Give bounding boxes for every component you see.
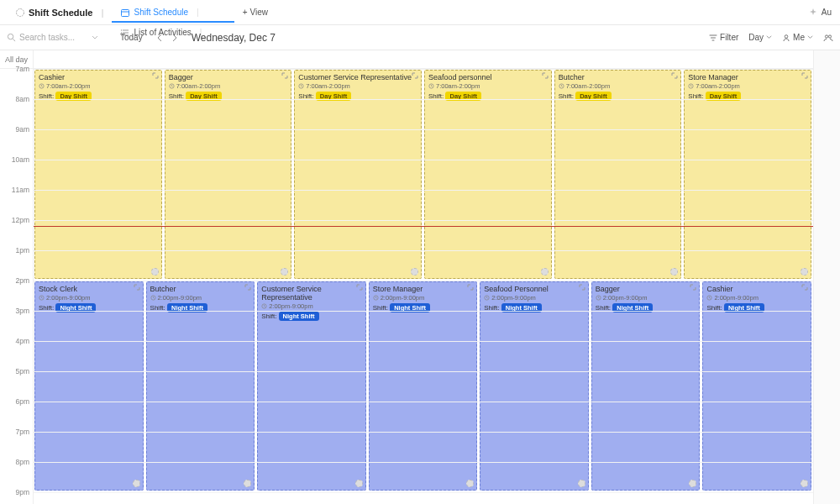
hour-label: 7pm: [0, 428, 33, 458]
shift-event[interactable]: Cashier2:00pm-9:00pmShift: Night Shift: [702, 281, 811, 491]
next-day-button[interactable]: [170, 34, 180, 42]
expand-icon[interactable]: [152, 72, 159, 79]
right-sidebar[interactable]: [813, 50, 840, 504]
clock-icon: [484, 295, 490, 301]
clock-icon: [428, 83, 434, 89]
event-time: 2:00pm-9:00pm: [150, 294, 251, 302]
search-dropdown[interactable]: [92, 34, 108, 41]
allday-row[interactable]: [34, 50, 813, 69]
clock-icon: [261, 303, 267, 309]
expand-icon[interactable]: [801, 284, 808, 291]
shift-event[interactable]: Bagger2:00pm-9:00pmShift: Night Shift: [591, 281, 701, 491]
assignee-avatar[interactable]: [244, 480, 251, 487]
sparkle-icon: [808, 8, 818, 18]
assignee-avatar[interactable]: [670, 268, 678, 276]
chevron-right-icon: [171, 34, 178, 42]
shift-event[interactable]: Butcher7:00am-2:00pmShift: Day Shift: [554, 70, 682, 279]
shift-event[interactable]: Store Manager2:00pm-9:00pmShift: Night S…: [369, 281, 478, 491]
calendar-grid[interactable]: Cashier7:00am-2:00pmShift: Day ShiftBagg…: [34, 50, 813, 504]
header-right-button[interactable]: Au: [800, 3, 840, 23]
people-button[interactable]: [823, 34, 833, 42]
calendar-view: All day 7am8am9am10am11am12pm1pm2pm3pm4p…: [0, 50, 840, 504]
shift-event[interactable]: Cashier7:00am-2:00pmShift: Day Shift: [34, 70, 162, 279]
search-field[interactable]: [7, 33, 87, 42]
chevron-down-icon: [807, 34, 813, 40]
assignee-avatar[interactable]: [541, 268, 549, 276]
svg-rect-2: [122, 9, 129, 16]
svg-line-8: [13, 39, 15, 41]
filter-icon: [709, 34, 717, 42]
assignee-avatar[interactable]: [281, 268, 288, 276]
hour-label: 8pm: [0, 458, 33, 488]
person-icon: [782, 34, 790, 42]
event-time: 7:00am-2:00pm: [428, 82, 548, 90]
expand-icon[interactable]: [281, 72, 288, 79]
filter-button[interactable]: Filter: [709, 33, 738, 42]
shift-event[interactable]: Bagger7:00am-2:00pmShift: Day Shift: [165, 70, 292, 279]
shift-event[interactable]: Customer Service Representative2:00pm-9:…: [257, 281, 366, 491]
hour-label: 9am: [0, 125, 33, 155]
hour-label: 10am: [0, 155, 33, 186]
search-input[interactable]: [19, 33, 87, 42]
expand-icon[interactable]: [467, 284, 474, 291]
svg-point-9: [785, 34, 788, 38]
expand-icon[interactable]: [356, 284, 363, 291]
hour-label: 12pm: [0, 216, 33, 246]
chevron-down-icon: [92, 34, 98, 41]
shift-event[interactable]: Stock Clerk2:00pm-9:00pmShift: Night Shi…: [34, 281, 144, 491]
current-date: Wednesday, Dec 7: [192, 32, 276, 44]
grid-body[interactable]: Cashier7:00am-2:00pmShift: Day ShiftBagg…: [34, 69, 813, 504]
event-time: 7:00am-2:00pm: [559, 82, 678, 90]
people-icon: [823, 34, 833, 42]
me-filter[interactable]: Me: [782, 33, 813, 42]
assignee-avatar[interactable]: [578, 480, 585, 487]
search-icon: [7, 33, 16, 42]
event-title: Bagger: [169, 73, 288, 81]
assignee-avatar[interactable]: [411, 268, 418, 276]
event-title: Butcher: [559, 73, 678, 81]
tab-shift-schedule[interactable]: Shift Schedule|: [112, 3, 234, 23]
clock-icon: [688, 83, 694, 89]
expand-icon[interactable]: [671, 72, 678, 79]
shift-event[interactable]: Seafood Personnel2:00pm-9:00pmShift: Nig…: [480, 281, 589, 491]
workspace-title[interactable]: Shift Schedule |: [7, 3, 112, 23]
expand-icon[interactable]: [244, 284, 251, 291]
shift-event[interactable]: Store Manager7:00am-2:00pmShift: Day Shi…: [684, 70, 811, 279]
expand-icon[interactable]: [134, 284, 140, 291]
hour-label: 3pm: [0, 307, 33, 337]
assignee-avatar[interactable]: [801, 480, 808, 487]
event-time: 7:00am-2:00pm: [39, 82, 158, 90]
view-mode-dropdown[interactable]: Day: [748, 33, 772, 42]
expand-icon[interactable]: [579, 284, 585, 291]
expand-icon[interactable]: [690, 284, 696, 291]
event-time: 2:00pm-9:00pm: [373, 294, 474, 302]
assignee-avatar[interactable]: [801, 268, 808, 276]
prev-day-button[interactable]: [155, 34, 165, 42]
assignee-avatar[interactable]: [466, 480, 474, 487]
shift-event[interactable]: Seafood personnel7:00am-2:00pmShift: Day…: [424, 70, 552, 279]
assignee-avatar[interactable]: [355, 480, 363, 487]
event-title: Butcher: [150, 285, 251, 293]
expand-icon[interactable]: [412, 72, 418, 79]
assignee-avatar[interactable]: [689, 480, 696, 487]
clock-icon: [39, 295, 45, 301]
svg-point-10: [825, 34, 827, 37]
add-view-button[interactable]: + View: [234, 3, 276, 22]
expand-icon[interactable]: [801, 72, 808, 79]
shift-event[interactable]: Customer Service Representative7:00am-2:…: [294, 70, 422, 279]
event-title: Stock Clerk: [39, 285, 139, 293]
expand-icon[interactable]: [542, 72, 549, 79]
event-time: 2:00pm-9:00pm: [39, 294, 139, 302]
current-time-indicator: [34, 226, 813, 227]
today-button[interactable]: Today: [120, 33, 143, 42]
event-title: Customer Service Representative: [261, 285, 362, 302]
event-title: Seafood personnel: [428, 73, 548, 81]
event-time: 2:00pm-9:00pm: [261, 302, 362, 310]
svg-point-0: [17, 8, 24, 16]
chevron-down-icon: [766, 34, 772, 40]
assignee-avatar[interactable]: [133, 480, 140, 487]
svg-point-7: [8, 34, 13, 39]
assignee-avatar[interactable]: [151, 268, 159, 276]
shift-event[interactable]: Butcher2:00pm-9:00pmShift: Night Shift: [146, 281, 255, 491]
shift-field-label: Shift:: [261, 312, 276, 320]
